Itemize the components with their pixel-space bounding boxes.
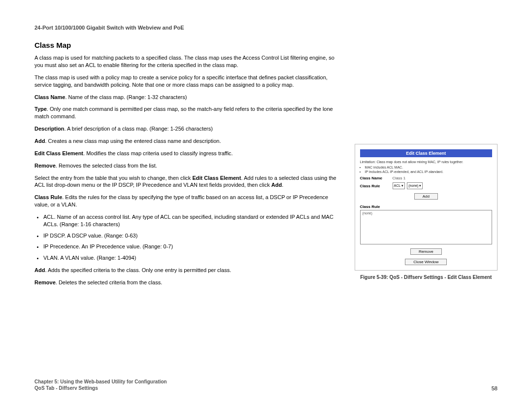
field-description: Description. A brief description of a cl… (34, 125, 340, 133)
field-type: Type. Only one match command is permitte… (34, 105, 340, 120)
intro-paragraph-2: The class map is used with a policy map … (34, 74, 340, 89)
figure-rule-listbox[interactable]: (none) (360, 210, 492, 244)
bullet-precedence: IP Precedence. An IP Precedence value. (… (43, 243, 340, 250)
edit-class-element-label: Edit Class Element (34, 150, 83, 156)
chevron-down-icon: ▾ (401, 183, 403, 189)
figure-class-name-row: Class Name Class 1 (360, 176, 492, 180)
bullet-dscp: IP DSCP. A DSCP value. (Range: 0-63) (43, 232, 340, 240)
chevron-down-icon: ▾ (419, 183, 421, 189)
field-remove-criteria: Remove. Deletes the selected criteria fr… (34, 279, 340, 286)
intro-paragraph-1: A class map is used for matching packets… (34, 54, 340, 69)
main-column: Class Map A class map is used for matchi… (34, 40, 340, 291)
field-edit-class-element: Edit Class Element. Modifies the class m… (34, 150, 340, 157)
figure-limitation: Limitation: Class map does not allow mix… (360, 160, 492, 174)
page-footer: Chapter 5: Using the Web-based Utility f… (34, 378, 498, 391)
description-label: Description (34, 126, 65, 132)
add-label: Add (34, 138, 45, 144)
page-number: 58 (492, 385, 498, 391)
bullet-list: ACL. Name of an access control list. Any… (43, 213, 340, 262)
figure-acl-select[interactable]: ACL▾ (393, 182, 405, 189)
section-title: Class Map (34, 40, 340, 50)
figure-class-rule-row: Class Rule ACL▾ (none)▾ (360, 182, 492, 189)
figure-panel: Edit Class Element Limitation: Class map… (355, 144, 498, 271)
type-label: Type (34, 106, 47, 112)
bullet-acl: ACL. Name of an access control list. Any… (43, 213, 340, 228)
figure-caption: Figure 5-39: QoS - Diffserv Settings - E… (355, 274, 498, 280)
footer-section: QoS Tab - Diffserv Settings (34, 385, 167, 391)
figure-add-button[interactable]: Add (414, 193, 438, 200)
field-add-criteria: Add. Adds the specified criteria to the … (34, 267, 340, 274)
figure-remove-button[interactable]: Remove (410, 248, 442, 255)
field-class-rule: Class Rule. Edits the rules for the clas… (34, 194, 340, 208)
figure-none-select[interactable]: (none)▾ (407, 182, 423, 189)
figure-class-name-value: Class 1 (393, 176, 406, 180)
bullet-vlan: VLAN. A VLAN value. (Range: 1-4094) (43, 254, 340, 262)
footer-chapter: Chapter 5: Using the Web-based Utility f… (34, 378, 167, 385)
page-header: 24-Port 10/100/1000 Gigabit Switch with … (34, 25, 498, 31)
figure-title-bar: Edit Class Element (360, 149, 492, 157)
class-rule-label: Class Rule (34, 194, 62, 200)
remove-label: Remove (34, 163, 56, 169)
class-name-label: Class Name (34, 94, 65, 100)
select-instruction: Select the entry from the table that you… (34, 174, 340, 189)
field-add: Add. Creates a new class map using the e… (34, 137, 340, 145)
side-column: Edit Class Element Limitation: Class map… (355, 40, 498, 291)
field-class-name: Class Name. Name of the class map. (Rang… (34, 94, 340, 101)
figure-rule-box-section: Class Rule (none) (360, 205, 492, 244)
field-remove: Remove. Removes the selected class from … (34, 162, 340, 170)
figure-close-window-button[interactable]: Close Window (405, 259, 447, 265)
